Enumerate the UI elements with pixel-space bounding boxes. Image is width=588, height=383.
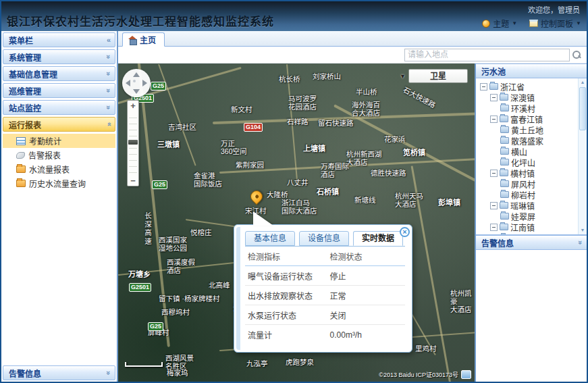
tree-node[interactable]: 柳岩村 [479, 189, 577, 200]
tree-node[interactable]: 屏风村 [479, 178, 577, 189]
tree-node-label: 娃翠屏 [511, 211, 535, 222]
chevron-down-icon: » [577, 240, 585, 245]
zoom-handle[interactable] [128, 140, 138, 145]
pan-up-icon[interactable] [133, 72, 140, 77]
map-label: 紫荆家园 [236, 161, 264, 169]
popup-tabs: 基本信息设备信息实时数据 [245, 231, 405, 247]
tree-node[interactable]: 黄土丘地 [479, 124, 577, 135]
tree-scrollbar[interactable]: ▲▼ [578, 78, 587, 234]
tree-node[interactable]: 散落盛家 [479, 135, 577, 146]
pan-down-icon[interactable] [133, 89, 140, 94]
tree-node[interactable]: 深澳镇 [479, 92, 577, 103]
tree-node[interactable]: 水电景2 [479, 232, 577, 235]
sewage-pool-header[interactable]: 污水池 [476, 63, 587, 78]
map-label: 西穆坞村 [161, 308, 190, 316]
close-icon[interactable]: × [400, 227, 410, 237]
collapse-left-icon[interactable]: « [107, 36, 111, 44]
scroll-thumb[interactable] [579, 87, 586, 130]
alarm-info-bar-right[interactable]: 告警信息 » [476, 235, 587, 250]
tree-node-label: 横山 [511, 146, 527, 157]
cell-indicator: 流量计 [245, 329, 330, 340]
map-label: 大隆桥 [267, 190, 288, 199]
popup-tab-1[interactable]: 设备信息 [299, 231, 349, 246]
control-panel-button[interactable]: 控制面板 ▼ [529, 18, 581, 29]
tree-collapse-icon[interactable] [490, 94, 498, 101]
map-scale-bar [125, 362, 163, 367]
sidebar-item-0[interactable]: 考勤统计 [3, 134, 115, 148]
road-shield: G25 [152, 180, 167, 189]
tree-collapse-icon[interactable] [480, 83, 487, 91]
chevron-down-icon: » [105, 55, 113, 59]
map-label: 杭州新西湖 大酒店 [346, 150, 382, 166]
cell-indicator: 水泵运行状态 [245, 309, 330, 321]
tree-collapse-icon[interactable] [490, 202, 498, 209]
tree-node[interactable]: 瑶琳镇 [479, 200, 577, 211]
map-label: 长深高速 [144, 212, 152, 246]
cell-status: 关闭 [330, 309, 405, 321]
map-zoom-slider[interactable]: + − [127, 100, 139, 186]
sidebar-section-2[interactable]: 巡维管理» [3, 83, 115, 98]
map-canvas[interactable]: 杭长桥刘家桥山半山桥马可波罗 花园酒店海外海百 合大酒店新文村石大快速路石祥路留… [118, 63, 475, 382]
scroll-down-icon[interactable]: ▼ [579, 227, 587, 234]
map-copyright: ©2013 Baidu ICP证030173号 [379, 370, 458, 379]
tree-node[interactable]: 化坪山 [479, 157, 577, 168]
theme-button[interactable]: 主题 ▼ [482, 18, 517, 29]
sidebar-item-3[interactable]: 历史水流量查询 [3, 176, 115, 190]
pan-left-icon[interactable] [126, 80, 130, 86]
sidebar-item-2[interactable]: 水流量报表 [3, 162, 115, 176]
sidebar-section-0[interactable]: 系统管理» [3, 49, 115, 64]
tree-collapse-icon[interactable] [490, 224, 498, 231]
popup-callout-arrow [253, 211, 273, 226]
cell-status: 0.00m³/h [330, 330, 405, 340]
pan-right-icon[interactable] [142, 80, 147, 86]
menu-bar-header[interactable]: 菜单栏 « [3, 32, 115, 47]
map-type-satellite-button[interactable]: 卫星 [408, 69, 468, 83]
tab-home-label: 主页 [140, 34, 156, 45]
section-label: 基础信息管理 [9, 68, 57, 80]
folder-icon [500, 116, 508, 122]
pan-center-icon[interactable] [133, 80, 136, 82]
sidebar-section-3[interactable]: 站点监控» [3, 100, 115, 115]
folder-icon [500, 202, 508, 209]
map-label: 新文村 [231, 105, 252, 113]
popup-tab-0[interactable]: 基本信息 [245, 231, 295, 246]
tree-collapse-icon[interactable] [490, 116, 498, 123]
tree-node[interactable]: 横山 [479, 146, 577, 157]
map-label: 西湖风景 名胜区 [165, 354, 194, 370]
map-type-caret-icon[interactable]: ▼ [400, 73, 406, 80]
search-bar [118, 47, 587, 63]
sidebar-section-1[interactable]: 基础信息管理» [3, 66, 115, 81]
map-label: 石桥镇 [317, 188, 339, 196]
tree-node-label: 横村镇 [510, 168, 535, 179]
tab-home[interactable]: 主页 [122, 32, 165, 47]
zoom-out-button[interactable]: − [128, 176, 138, 186]
right-panel: 污水池 浙江省深澳镇环溪村富春江镇黄土丘地散落盛家横山化坪山横村镇屏风村柳岩村瑶… [475, 63, 587, 382]
alarm-info-bar-left[interactable]: 告警信息 » [3, 365, 115, 380]
section-label: 运行报表 [9, 119, 41, 130]
tree-node[interactable]: 环溪村 [479, 103, 577, 113]
cell-indicator: 出水排放观察状态 [245, 290, 330, 301]
folder-icon [489, 83, 498, 90]
tree-node-label: 屏风村 [511, 178, 535, 190]
map-pan-control[interactable] [122, 69, 151, 97]
road-shield: G104 [244, 123, 263, 132]
table-row: 曝气设备运行状态停止 [245, 266, 405, 286]
sidebar-item-1[interactable]: 告警报表 [3, 148, 115, 162]
tree-collapse-icon[interactable] [490, 170, 498, 177]
search-input[interactable] [404, 49, 570, 61]
sidebar-section-reports[interactable]: 运行报表 » [3, 117, 115, 132]
section-label: 巡维管理 [9, 85, 41, 97]
tree-node[interactable]: 娃翠屏 [479, 211, 577, 222]
tree-node[interactable]: 富春江镇 [479, 113, 577, 124]
popup-tab-2[interactable]: 实时数据 [353, 231, 403, 246]
search-icon[interactable] [572, 50, 581, 59]
tree-node[interactable]: 浙江省 [479, 81, 577, 92]
map-label: 吉湾社区 [168, 123, 196, 131]
station-marker-pin[interactable] [248, 188, 265, 205]
scroll-up-icon[interactable]: ▲ [579, 79, 587, 86]
chevron-down-icon: » [105, 371, 113, 375]
zoom-in-button[interactable]: + [128, 101, 138, 111]
chevron-down-icon: » [105, 88, 113, 93]
tree-node[interactable]: 横村镇 [479, 168, 577, 178]
tree-node[interactable]: 江南镇 [479, 222, 577, 232]
